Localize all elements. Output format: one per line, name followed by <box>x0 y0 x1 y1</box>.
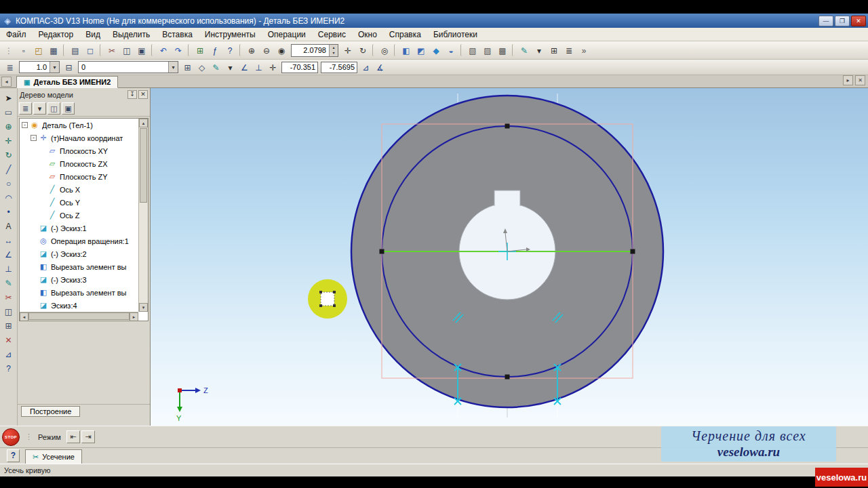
trim-tool-icon[interactable]: ✂ <box>1 291 16 304</box>
print-icon[interactable]: ▤ <box>68 43 82 57</box>
menu-item[interactable]: Файл <box>0 28 33 41</box>
scroll-up-icon[interactable]: ▴ <box>139 119 148 127</box>
macro-icon[interactable]: ⊞ <box>547 43 561 57</box>
dropdown-arrow-icon[interactable]: ▾ <box>224 61 237 73</box>
handle-top[interactable] <box>505 124 510 129</box>
menu-item[interactable]: Выделить <box>106 28 156 41</box>
zoom-spinner[interactable]: ▴ ▾ <box>329 45 338 56</box>
pan-tool-icon[interactable]: ✛ <box>1 134 16 148</box>
mode-next-icon[interactable]: ⇥ <box>81 430 95 443</box>
help-tool-icon[interactable]: ? <box>1 362 16 375</box>
dropdown-icon[interactable]: ▾ <box>50 62 59 73</box>
keyway-notch[interactable] <box>494 190 520 206</box>
vertical-scroll-thumb[interactable] <box>140 128 147 203</box>
erase-tool-icon[interactable]: ✕ <box>1 333 16 347</box>
snap-icon[interactable]: ✛ <box>267 61 279 73</box>
tree-item[interactable]: ╱ Ось Y <box>20 196 138 209</box>
separator[interactable] <box>151 44 154 56</box>
angle-icon[interactable]: ∠ <box>238 61 251 73</box>
circle-tool-icon[interactable]: ○ <box>1 177 16 190</box>
copy-icon[interactable]: ◫ <box>120 43 134 57</box>
tab-construction[interactable]: Построение <box>21 406 80 417</box>
toolbar-grip[interactable]: ⋮ <box>2 43 16 57</box>
rotate-tool-icon[interactable]: ↻ <box>1 148 16 162</box>
view-front-icon[interactable]: ◧ <box>399 43 413 57</box>
tree-item[interactable]: ▱ Плоскость XY <box>20 144 138 157</box>
tab-trim[interactable]: ✂ Усечение <box>25 449 82 464</box>
stop-button[interactable]: STOP <box>2 428 20 446</box>
zoom-area-icon[interactable]: ◉ <box>275 43 288 57</box>
grid-icon[interactable]: ⊞ <box>181 61 194 73</box>
zoom-in-icon[interactable]: ⊕ <box>245 43 258 57</box>
coordinate-y-field[interactable]: -7.5695 <box>321 62 357 73</box>
tree-item[interactable]: ◧ Вырезать элемент вы <box>20 286 138 299</box>
text-tool-icon[interactable]: A <box>1 220 16 233</box>
separator[interactable] <box>372 44 375 56</box>
preview-icon[interactable]: ◻ <box>83 43 97 57</box>
sketch-mode-icon[interactable]: ✎ <box>517 43 531 57</box>
separator[interactable] <box>239 44 242 56</box>
expand-toggle[interactable]: - <box>31 135 37 141</box>
pencil-icon[interactable]: ✎ <box>210 61 222 73</box>
separator[interactable] <box>188 44 191 56</box>
array-tool-icon[interactable]: ⊞ <box>1 319 16 333</box>
scroll-down-icon[interactable]: ▾ <box>139 303 148 312</box>
panel-close-icon[interactable]: ✕ <box>138 90 148 99</box>
mirror-tool-icon[interactable]: ◫ <box>1 305 16 319</box>
triangle-icon[interactable]: ⊿ <box>359 61 372 73</box>
cut-icon[interactable]: ✂ <box>105 43 119 57</box>
spinner-down-icon[interactable]: ▾ <box>330 50 338 56</box>
rotate-icon[interactable]: ↻ <box>356 43 370 57</box>
tab-scroll-left-icon[interactable]: ◂ <box>1 77 12 87</box>
menu-item[interactable]: Вид <box>79 28 106 41</box>
tree-vertical-scrollbar[interactable]: ▴ ▾ <box>138 119 148 312</box>
whats-this-icon[interactable]: ? <box>223 43 237 57</box>
dimension-tool-icon[interactable]: ↔ <box>1 234 16 247</box>
measure-tool-icon[interactable]: ⊿ <box>1 348 16 361</box>
tree-item[interactable]: - ◉ Деталь (Тел-1) <box>20 119 138 131</box>
tree-relations-icon[interactable]: ▣ <box>62 102 75 115</box>
menu-item[interactable]: Окно <box>352 28 383 41</box>
menu-item[interactable]: Редактор <box>33 28 80 41</box>
separator[interactable] <box>460 44 463 56</box>
redo-icon[interactable]: ↷ <box>172 43 185 57</box>
tree-item[interactable]: ◪ Эскиз:4 <box>20 299 138 312</box>
separator[interactable] <box>63 44 66 56</box>
select-tool-icon[interactable]: ➤ <box>1 92 16 105</box>
point-tool-icon[interactable]: • <box>1 205 16 219</box>
pin-icon[interactable]: ↧ <box>127 90 137 99</box>
separator[interactable] <box>512 44 515 56</box>
menu-item[interactable]: Инструменты <box>199 28 262 41</box>
perpendicular-tool-icon[interactable]: ⊥ <box>1 262 16 276</box>
ortho-icon[interactable]: ⊥ <box>252 61 265 73</box>
handle-bottom[interactable] <box>505 375 510 380</box>
hidden-lines-icon[interactable]: ▨ <box>481 43 494 57</box>
tree-item[interactable]: ▱ Плоскость ZX <box>20 157 138 170</box>
drawing-canvas[interactable]: Z Y <box>151 88 868 426</box>
menu-item[interactable]: Сервис <box>312 28 352 41</box>
mode-prev-icon[interactable]: ⇤ <box>66 430 80 443</box>
layers-icon[interactable]: ≣ <box>3 61 16 73</box>
tree-dropdown-icon[interactable]: ▾ <box>33 102 46 115</box>
menu-item[interactable]: Вставка <box>156 28 199 41</box>
wireframe-icon[interactable]: ▧ <box>466 43 479 57</box>
scroll-left-icon[interactable]: ◂ <box>20 312 28 321</box>
separator[interactable] <box>100 44 102 56</box>
dropdown-arrow-icon[interactable]: ▾ <box>532 43 546 57</box>
handle-right[interactable] <box>631 249 635 254</box>
model-view[interactable]: Z Y <box>151 88 868 426</box>
pan-icon[interactable]: ✛ <box>341 43 355 57</box>
horizontal-scroll-thumb[interactable] <box>28 312 130 320</box>
tree-item[interactable]: ◎ Операция вращения:1 <box>20 235 138 247</box>
measure-angle-icon[interactable]: ∡ <box>374 61 387 73</box>
arc-tool-icon[interactable]: ◠ <box>1 191 16 205</box>
library-icon[interactable]: ≣ <box>562 43 576 57</box>
tree-composition-icon[interactable]: ◫ <box>47 102 60 115</box>
menu-item[interactable]: Библиотеки <box>427 28 484 41</box>
tree-item[interactable]: ◪ (-) Эскиз:3 <box>20 273 138 286</box>
tree-item[interactable]: ◧ Вырезать элемент вы <box>20 260 138 273</box>
maximize-button[interactable]: ❐ <box>835 16 850 26</box>
scroll-right-icon[interactable]: ▸ <box>130 312 138 321</box>
tree-item[interactable]: ◪ (-) Эскиз:2 <box>20 247 138 260</box>
view-top-icon[interactable]: ◩ <box>414 43 428 57</box>
